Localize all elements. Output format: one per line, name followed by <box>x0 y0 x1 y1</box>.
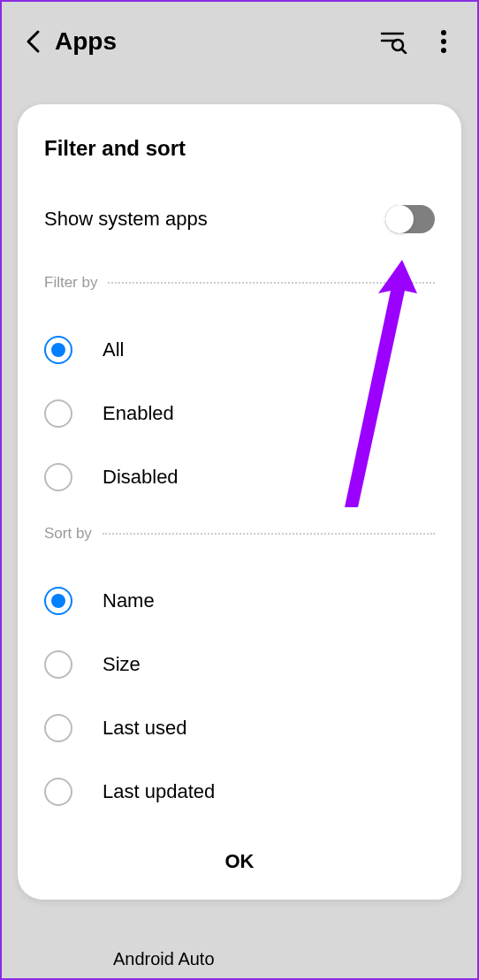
radio-label: Enabled <box>103 402 174 425</box>
divider <box>103 533 435 535</box>
sort-option-last-updated[interactable]: Last updated <box>44 760 435 824</box>
back-button[interactable] <box>19 27 48 56</box>
header-actions <box>378 26 460 57</box>
search-filter-button[interactable] <box>378 26 410 57</box>
radio-button[interactable] <box>44 399 72 428</box>
filter-search-icon <box>380 29 408 54</box>
sort-option-last-used[interactable]: Last used <box>44 696 435 760</box>
radio-button[interactable] <box>44 587 72 615</box>
chevron-left-icon <box>25 29 42 54</box>
filter-option-all[interactable]: All <box>44 318 435 382</box>
radio-label: All <box>103 338 124 361</box>
radio-button[interactable] <box>44 650 72 679</box>
radio-label: Last updated <box>103 780 215 803</box>
toggle-knob <box>385 205 414 233</box>
radio-label: Last used <box>103 717 186 740</box>
sort-option-name[interactable]: Name <box>44 569 435 633</box>
radio-label: Size <box>103 653 141 676</box>
page-title: Apps <box>55 27 378 56</box>
sort-option-size[interactable]: Size <box>44 633 435 696</box>
more-vert-icon <box>440 29 447 54</box>
filter-section-label: Filter by <box>44 274 97 292</box>
system-apps-toggle-row[interactable]: Show system apps <box>44 205 435 233</box>
system-apps-toggle[interactable] <box>385 205 435 233</box>
sort-section-label: Sort by <box>44 525 92 543</box>
radio-label: Disabled <box>103 466 179 489</box>
radio-button[interactable] <box>44 463 72 491</box>
toggle-label: Show system apps <box>44 208 208 231</box>
filter-option-disabled[interactable]: Disabled <box>44 445 435 509</box>
svg-point-6 <box>441 48 446 53</box>
radio-label: Name <box>103 589 155 612</box>
radio-button[interactable] <box>44 778 72 806</box>
background-app-name: Android Auto <box>113 949 215 969</box>
filter-section-header: Filter by <box>44 274 435 292</box>
filter-option-enabled[interactable]: Enabled <box>44 382 435 445</box>
svg-point-4 <box>441 30 446 35</box>
svg-line-3 <box>402 49 406 53</box>
radio-button[interactable] <box>44 336 72 364</box>
svg-point-5 <box>441 39 446 44</box>
more-options-button[interactable] <box>428 26 460 57</box>
divider <box>108 282 435 284</box>
filter-sort-dialog: Filter and sort Show system apps Filter … <box>18 104 461 900</box>
radio-button[interactable] <box>44 714 72 742</box>
app-header: Apps <box>2 2 477 81</box>
ok-button[interactable]: OK <box>44 824 435 900</box>
sort-section-header: Sort by <box>44 525 435 543</box>
dialog-title: Filter and sort <box>44 136 435 161</box>
